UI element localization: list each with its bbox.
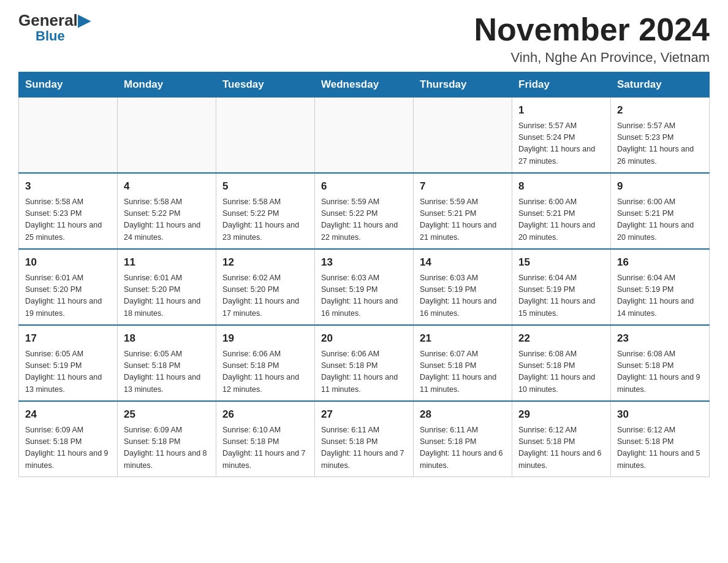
- calendar-table: SundayMondayTuesdayWednesdayThursdayFrid…: [18, 72, 710, 477]
- day-info: Sunrise: 6:07 AM Sunset: 5:18 PM Dayligh…: [420, 348, 506, 396]
- day-number: 3: [25, 178, 111, 194]
- logo-blue-text: Blue: [36, 28, 65, 44]
- calendar-cell: 21Sunrise: 6:07 AM Sunset: 5:18 PM Dayli…: [414, 325, 512, 401]
- day-number: 29: [518, 407, 604, 423]
- calendar-cell: 3Sunrise: 5:58 AM Sunset: 5:23 PM Daylig…: [19, 173, 118, 249]
- day-info: Sunrise: 6:11 AM Sunset: 5:18 PM Dayligh…: [321, 424, 407, 472]
- day-info: Sunrise: 5:57 AM Sunset: 5:24 PM Dayligh…: [518, 120, 604, 168]
- day-info: Sunrise: 6:04 AM Sunset: 5:19 PM Dayligh…: [617, 272, 703, 320]
- calendar-cell: 2Sunrise: 5:57 AM Sunset: 5:23 PM Daylig…: [611, 98, 710, 174]
- day-info: Sunrise: 6:12 AM Sunset: 5:18 PM Dayligh…: [617, 424, 703, 472]
- day-number: 26: [222, 407, 308, 423]
- day-info: Sunrise: 6:01 AM Sunset: 5:20 PM Dayligh…: [25, 272, 111, 320]
- calendar-cell: 28Sunrise: 6:11 AM Sunset: 5:18 PM Dayli…: [414, 401, 512, 477]
- day-number: 25: [124, 407, 210, 423]
- calendar-cell: 10Sunrise: 6:01 AM Sunset: 5:20 PM Dayli…: [19, 249, 118, 325]
- day-number: 22: [518, 331, 604, 347]
- day-info: Sunrise: 6:12 AM Sunset: 5:18 PM Dayligh…: [518, 424, 604, 472]
- day-number: 21: [420, 331, 506, 347]
- day-info: Sunrise: 5:57 AM Sunset: 5:23 PM Dayligh…: [617, 120, 703, 168]
- day-number: 2: [617, 102, 703, 118]
- calendar-week-row: 3Sunrise: 5:58 AM Sunset: 5:23 PM Daylig…: [19, 173, 710, 249]
- weekday-header-saturday: Saturday: [611, 72, 710, 98]
- day-number: 7: [420, 178, 506, 194]
- day-info: Sunrise: 6:04 AM Sunset: 5:19 PM Dayligh…: [518, 272, 604, 320]
- calendar-cell: 4Sunrise: 5:58 AM Sunset: 5:22 PM Daylig…: [118, 173, 216, 249]
- day-info: Sunrise: 6:09 AM Sunset: 5:18 PM Dayligh…: [25, 424, 111, 472]
- calendar-cell: 26Sunrise: 6:10 AM Sunset: 5:18 PM Dayli…: [216, 401, 315, 477]
- month-title: November 2024: [474, 12, 710, 47]
- day-info: Sunrise: 5:58 AM Sunset: 5:22 PM Dayligh…: [124, 196, 210, 244]
- calendar-cell: [216, 98, 315, 174]
- calendar-cell: [414, 98, 512, 174]
- calendar-week-row: 24Sunrise: 6:09 AM Sunset: 5:18 PM Dayli…: [19, 401, 710, 477]
- logo-general-text: General▶: [18, 12, 90, 28]
- day-info: Sunrise: 6:03 AM Sunset: 5:19 PM Dayligh…: [321, 272, 407, 320]
- calendar-cell: 12Sunrise: 6:02 AM Sunset: 5:20 PM Dayli…: [216, 249, 315, 325]
- weekday-header-monday: Monday: [118, 72, 216, 98]
- calendar-cell: 27Sunrise: 6:11 AM Sunset: 5:18 PM Dayli…: [315, 401, 414, 477]
- day-info: Sunrise: 5:58 AM Sunset: 5:23 PM Dayligh…: [25, 196, 111, 244]
- day-info: Sunrise: 5:59 AM Sunset: 5:21 PM Dayligh…: [420, 196, 506, 244]
- calendar-week-row: 10Sunrise: 6:01 AM Sunset: 5:20 PM Dayli…: [19, 249, 710, 325]
- page-header: General▶ Blue November 2024 Vinh, Nghe A…: [18, 12, 710, 66]
- calendar-cell: 23Sunrise: 6:08 AM Sunset: 5:18 PM Dayli…: [611, 325, 710, 401]
- day-info: Sunrise: 6:08 AM Sunset: 5:18 PM Dayligh…: [518, 348, 604, 396]
- weekday-header-friday: Friday: [512, 72, 611, 98]
- weekday-header-wednesday: Wednesday: [315, 72, 414, 98]
- day-info: Sunrise: 5:58 AM Sunset: 5:22 PM Dayligh…: [222, 196, 308, 244]
- day-info: Sunrise: 6:11 AM Sunset: 5:18 PM Dayligh…: [420, 424, 506, 472]
- calendar-cell: 16Sunrise: 6:04 AM Sunset: 5:19 PM Dayli…: [611, 249, 710, 325]
- calendar-cell: 30Sunrise: 6:12 AM Sunset: 5:18 PM Dayli…: [611, 401, 710, 477]
- day-info: Sunrise: 6:05 AM Sunset: 5:18 PM Dayligh…: [124, 348, 210, 396]
- calendar-cell: 1Sunrise: 5:57 AM Sunset: 5:24 PM Daylig…: [512, 98, 611, 174]
- day-number: 20: [321, 331, 407, 347]
- calendar-cell: [315, 98, 414, 174]
- calendar-cell: 29Sunrise: 6:12 AM Sunset: 5:18 PM Dayli…: [512, 401, 611, 477]
- day-info: Sunrise: 6:01 AM Sunset: 5:20 PM Dayligh…: [124, 272, 210, 320]
- calendar-cell: 20Sunrise: 6:06 AM Sunset: 5:18 PM Dayli…: [315, 325, 414, 401]
- day-info: Sunrise: 6:06 AM Sunset: 5:18 PM Dayligh…: [321, 348, 407, 396]
- calendar-cell: 6Sunrise: 5:59 AM Sunset: 5:22 PM Daylig…: [315, 173, 414, 249]
- calendar-header-row: SundayMondayTuesdayWednesdayThursdayFrid…: [19, 72, 710, 98]
- day-number: 5: [222, 178, 308, 194]
- day-number: 11: [124, 255, 210, 270]
- calendar-week-row: 17Sunrise: 6:05 AM Sunset: 5:19 PM Dayli…: [19, 325, 710, 401]
- day-number: 17: [25, 331, 111, 347]
- day-info: Sunrise: 6:09 AM Sunset: 5:18 PM Dayligh…: [124, 424, 210, 472]
- calendar-cell: [19, 98, 118, 174]
- day-info: Sunrise: 6:03 AM Sunset: 5:19 PM Dayligh…: [420, 272, 506, 320]
- calendar-cell: 24Sunrise: 6:09 AM Sunset: 5:18 PM Dayli…: [19, 401, 118, 477]
- day-info: Sunrise: 6:10 AM Sunset: 5:18 PM Dayligh…: [222, 424, 308, 472]
- day-number: 8: [518, 178, 604, 194]
- day-number: 28: [420, 407, 506, 423]
- day-number: 12: [222, 255, 308, 270]
- weekday-header-sunday: Sunday: [19, 72, 118, 98]
- day-info: Sunrise: 5:59 AM Sunset: 5:22 PM Dayligh…: [321, 196, 407, 244]
- day-info: Sunrise: 6:02 AM Sunset: 5:20 PM Dayligh…: [222, 272, 308, 320]
- day-number: 27: [321, 407, 407, 423]
- day-info: Sunrise: 6:08 AM Sunset: 5:18 PM Dayligh…: [617, 348, 703, 396]
- calendar-cell: 9Sunrise: 6:00 AM Sunset: 5:21 PM Daylig…: [611, 173, 710, 249]
- calendar-cell: 25Sunrise: 6:09 AM Sunset: 5:18 PM Dayli…: [118, 401, 216, 477]
- calendar-cell: 11Sunrise: 6:01 AM Sunset: 5:20 PM Dayli…: [118, 249, 216, 325]
- day-info: Sunrise: 6:00 AM Sunset: 5:21 PM Dayligh…: [617, 196, 703, 244]
- location: Vinh, Nghe An Province, Vietnam: [474, 50, 710, 66]
- weekday-header-tuesday: Tuesday: [216, 72, 315, 98]
- day-number: 9: [617, 178, 703, 194]
- logo: General▶ Blue: [18, 12, 90, 44]
- day-info: Sunrise: 6:06 AM Sunset: 5:18 PM Dayligh…: [222, 348, 308, 396]
- day-number: 13: [321, 255, 407, 270]
- day-number: 24: [25, 407, 111, 423]
- day-number: 6: [321, 178, 407, 194]
- day-number: 16: [617, 255, 703, 270]
- day-number: 10: [25, 255, 111, 270]
- calendar-cell: 15Sunrise: 6:04 AM Sunset: 5:19 PM Dayli…: [512, 249, 611, 325]
- day-number: 1: [518, 102, 604, 118]
- calendar-cell: 17Sunrise: 6:05 AM Sunset: 5:19 PM Dayli…: [19, 325, 118, 401]
- calendar-cell: 5Sunrise: 5:58 AM Sunset: 5:22 PM Daylig…: [216, 173, 315, 249]
- day-info: Sunrise: 6:00 AM Sunset: 5:21 PM Dayligh…: [518, 196, 604, 244]
- calendar-week-row: 1Sunrise: 5:57 AM Sunset: 5:24 PM Daylig…: [19, 98, 710, 174]
- day-number: 4: [124, 178, 210, 194]
- day-info: Sunrise: 6:05 AM Sunset: 5:19 PM Dayligh…: [25, 348, 111, 396]
